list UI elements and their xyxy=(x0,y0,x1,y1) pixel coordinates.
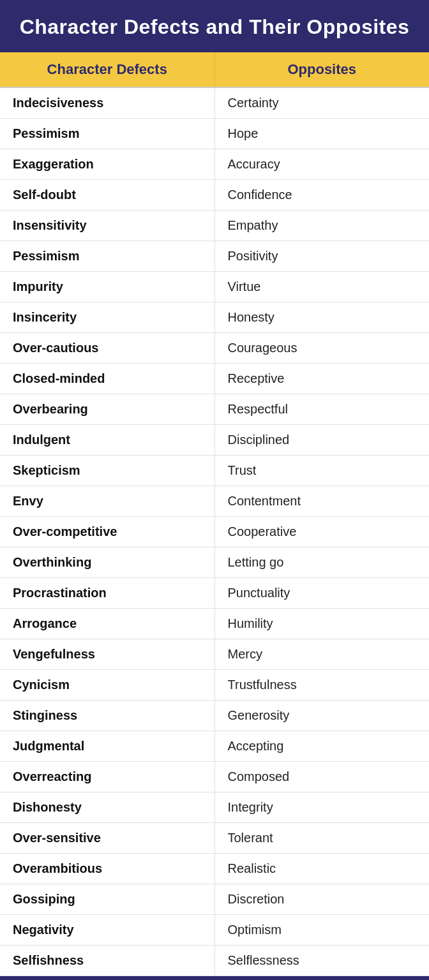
opposite-cell: Contentment xyxy=(215,486,430,516)
opposite-cell: Honesty xyxy=(215,302,430,332)
defect-cell: Self-doubt xyxy=(0,180,215,210)
opposites-column-header: Opposites xyxy=(215,52,430,87)
defect-cell: Over-sensitive xyxy=(0,823,215,853)
defect-cell: Negativity xyxy=(0,915,215,945)
opposite-cell: Selflessness xyxy=(215,946,430,976)
table-row: PessimismHope xyxy=(0,119,429,149)
opposite-cell: Integrity xyxy=(215,792,430,822)
defect-cell: Exaggeration xyxy=(0,149,215,179)
table-row: Closed-mindedReceptive xyxy=(0,364,429,394)
table-row: PessimismPositivity xyxy=(0,241,429,272)
opposite-cell: Mercy xyxy=(215,639,430,669)
table-row: GossipingDiscretion xyxy=(0,884,429,915)
table-row: IndecisivenessCertainty xyxy=(0,88,429,119)
defect-cell: Overbearing xyxy=(0,394,215,424)
opposite-cell: Respectful xyxy=(215,394,430,424)
table-row: StinginessGenerosity xyxy=(0,701,429,731)
defect-cell: Envy xyxy=(0,486,215,516)
table-row: VengefulnessMercy xyxy=(0,639,429,670)
opposite-cell: Courageous xyxy=(215,333,430,363)
table-row: InsincerityHonesty xyxy=(0,302,429,333)
defect-cell: Cynicism xyxy=(0,670,215,700)
opposite-cell: Virtue xyxy=(215,272,430,302)
page-title: Character Defects and Their Opposites xyxy=(13,14,416,40)
opposite-cell: Trust xyxy=(215,456,430,486)
opposite-cell: Hope xyxy=(215,119,430,149)
defect-cell: Insensitivity xyxy=(0,211,215,241)
table-row: Self-doubtConfidence xyxy=(0,180,429,211)
defect-cell: Closed-minded xyxy=(0,364,215,394)
opposite-cell: Accuracy xyxy=(215,149,430,179)
table-row: Over-cautiousCourageous xyxy=(0,333,429,364)
header: Character Defects and Their Opposites xyxy=(0,0,429,52)
opposite-cell: Certainty xyxy=(215,88,430,118)
defect-cell: Dishonesty xyxy=(0,792,215,822)
opposite-cell: Accepting xyxy=(215,731,430,761)
defect-cell: Overreacting xyxy=(0,762,215,792)
table-row: OverthinkingLetting go xyxy=(0,547,429,578)
table-row: Over-competitiveCooperative xyxy=(0,517,429,547)
opposite-cell: Receptive xyxy=(215,364,430,394)
table-row: SelfishnessSelflessness xyxy=(0,946,429,976)
table-row: Over-sensitiveTolerant xyxy=(0,823,429,854)
table-row: InsensitivityEmpathy xyxy=(0,211,429,241)
table-row: SkepticismTrust xyxy=(0,456,429,486)
column-headers: Character Defects Opposites xyxy=(0,52,429,87)
defect-cell: Over-cautious xyxy=(0,333,215,363)
defect-cell: Pessimism xyxy=(0,241,215,271)
opposite-cell: Positivity xyxy=(215,241,430,271)
defect-cell: Skepticism xyxy=(0,456,215,486)
table-row: OverambitiousRealistic xyxy=(0,854,429,884)
defect-cell: Arrogance xyxy=(0,609,215,639)
opposite-cell: Composed xyxy=(215,762,430,792)
defect-cell: Insincerity xyxy=(0,302,215,332)
defect-cell: Over-competitive xyxy=(0,517,215,547)
opposite-cell: Generosity xyxy=(215,701,430,731)
footer: www.grammarvocab.com xyxy=(0,976,429,980)
table-row: ExaggerationAccuracy xyxy=(0,149,429,180)
defect-cell: Stinginess xyxy=(0,701,215,731)
table-row: ArroganceHumility xyxy=(0,609,429,639)
defect-cell: Vengefulness xyxy=(0,639,215,669)
table-row: DishonestyIntegrity xyxy=(0,792,429,823)
table-row: OverbearingRespectful xyxy=(0,394,429,425)
defect-cell: Overambitious xyxy=(0,854,215,884)
opposite-cell: Letting go xyxy=(215,547,430,577)
opposite-cell: Optimism xyxy=(215,915,430,945)
defect-cell: Selfishness xyxy=(0,946,215,976)
defect-cell: Procrastination xyxy=(0,578,215,608)
opposite-cell: Discretion xyxy=(215,884,430,914)
opposite-cell: Humility xyxy=(215,609,430,639)
opposite-cell: Confidence xyxy=(215,180,430,210)
table-body: IndecisivenessCertaintyPessimismHopeExag… xyxy=(0,87,429,976)
table-row: EnvyContentment xyxy=(0,486,429,517)
opposite-cell: Empathy xyxy=(215,211,430,241)
opposite-cell: Tolerant xyxy=(215,823,430,853)
defect-cell: Overthinking xyxy=(0,547,215,577)
opposite-cell: Realistic xyxy=(215,854,430,884)
table-row: NegativityOptimism xyxy=(0,915,429,946)
table-row: JudgmentalAccepting xyxy=(0,731,429,762)
table-row: ProcrastinationPunctuality xyxy=(0,578,429,609)
defect-cell: Gossiping xyxy=(0,884,215,914)
defects-column-header: Character Defects xyxy=(0,52,215,87)
defect-cell: Indecisiveness xyxy=(0,88,215,118)
table-row: IndulgentDisciplined xyxy=(0,425,429,456)
table-row: ImpurityVirtue xyxy=(0,272,429,302)
opposite-cell: Disciplined xyxy=(215,425,430,455)
defect-cell: Judgmental xyxy=(0,731,215,761)
defect-cell: Pessimism xyxy=(0,119,215,149)
opposite-cell: Punctuality xyxy=(215,578,430,608)
defect-cell: Impurity xyxy=(0,272,215,302)
table-row: OverreactingComposed xyxy=(0,762,429,792)
table-row: CynicismTrustfulness xyxy=(0,670,429,701)
defect-cell: Indulgent xyxy=(0,425,215,455)
opposite-cell: Cooperative xyxy=(215,517,430,547)
opposite-cell: Trustfulness xyxy=(215,670,430,700)
